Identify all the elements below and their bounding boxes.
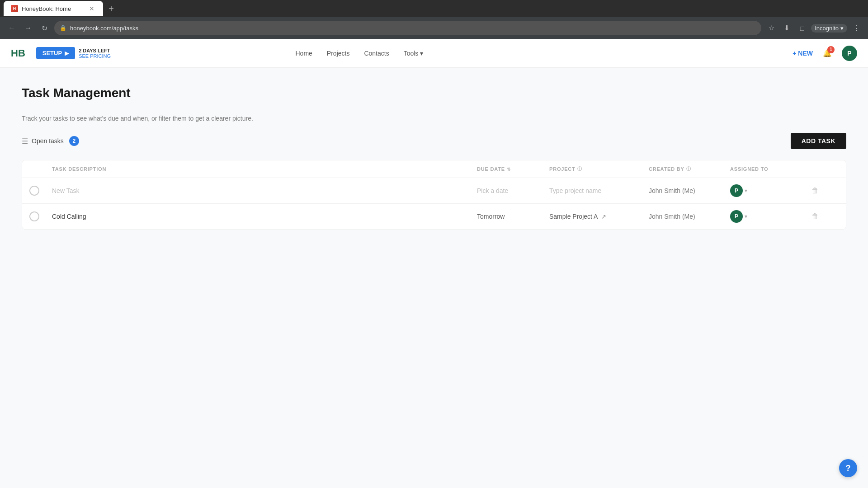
incognito-label: Incognito	[815, 25, 839, 32]
project-name-1[interactable]: Type project name	[549, 187, 601, 194]
setup-button[interactable]: SETUP ▶	[36, 47, 75, 59]
nav-right: + NEW 🔔 1 P	[793, 46, 857, 61]
project-cell-2: Sample Project A ↗	[549, 213, 649, 220]
th-actions	[811, 166, 839, 172]
trial-days: 2 DAYS LEFT	[79, 48, 111, 53]
tab-close-button[interactable]: ✕	[88, 5, 96, 13]
new-button[interactable]: + NEW	[793, 50, 813, 57]
assigned-cell-1: P ▾	[730, 184, 811, 197]
main-content: Task Management Track your tasks to see …	[0, 68, 868, 488]
table-row: New Task Pick a date Type project name J…	[22, 178, 846, 204]
task-description-1[interactable]: New Task	[52, 187, 477, 194]
new-label: + NEW	[793, 50, 813, 57]
assignee-chevron-2[interactable]: ▾	[745, 213, 747, 220]
created-by-1: John Smith (Me)	[649, 187, 730, 194]
nav-links: Home Projects Contacts Tools ▾	[295, 50, 423, 57]
setup-label: SETUP	[42, 50, 62, 56]
task-checkbox-2[interactable]	[29, 211, 39, 221]
notification-badge: 1	[827, 46, 835, 53]
user-avatar[interactable]: P	[842, 46, 857, 61]
th-task-desc: TASK DESCRIPTION	[52, 166, 477, 172]
add-task-button[interactable]: ADD TASK	[791, 133, 846, 149]
profile-chevron: ▾	[840, 25, 844, 32]
refresh-button[interactable]: ↻	[38, 22, 51, 34]
logo: HB	[11, 47, 25, 59]
browser-toolbar: ← → ↻ 🔒 honeybook.com/app/tasks ☆ ⬇ □ In…	[0, 17, 868, 39]
th-created-by: CREATED BY ⓘ	[649, 166, 730, 172]
created-by-2: John Smith (Me)	[649, 213, 730, 220]
due-date-2[interactable]: Tomorrow	[477, 213, 549, 220]
download-icon[interactable]: ⬇	[780, 22, 793, 34]
bookmark-icon[interactable]: ☆	[765, 22, 778, 34]
th-checkbox	[29, 166, 52, 172]
table-row: Cold Calling Tomorrow Sample Project A ↗…	[22, 204, 846, 229]
help-button[interactable]: ?	[839, 459, 857, 477]
task-checkbox-1[interactable]	[29, 186, 39, 196]
address-bar[interactable]: 🔒 honeybook.com/app/tasks	[54, 21, 761, 35]
setup-arrow: ▶	[65, 50, 69, 56]
task-toolbar: ☰ Open tasks 2 ADD TASK	[22, 133, 846, 149]
tools-label: Tools	[404, 50, 419, 57]
task-table: TASK DESCRIPTION DUE DATE ⇅ PROJECT ⓘ CR…	[22, 160, 846, 230]
active-tab[interactable]: H HoneyBook: Home ✕	[4, 1, 103, 16]
project-cell-1: Type project name	[549, 187, 649, 194]
due-date-1[interactable]: Pick a date	[477, 187, 549, 194]
assignee-chevron-1[interactable]: ▾	[745, 188, 747, 194]
tools-chevron: ▾	[420, 50, 423, 57]
nav-projects[interactable]: Projects	[327, 50, 350, 57]
assignee-avatar-1[interactable]: P	[730, 184, 743, 197]
app-container: HB SETUP ▶ 2 DAYS LEFT SEE PRICING Home …	[0, 39, 868, 488]
th-project: PROJECT ⓘ	[549, 166, 649, 172]
project-name-2[interactable]: Sample Project A	[549, 213, 598, 220]
sort-icon[interactable]: ⇅	[507, 167, 511, 172]
lock-icon: 🔒	[60, 25, 66, 31]
nav-home[interactable]: Home	[295, 50, 312, 57]
project-info-icon[interactable]: ⓘ	[577, 166, 582, 172]
created-by-info-icon[interactable]: ⓘ	[686, 166, 691, 172]
task-description-2[interactable]: Cold Calling	[52, 213, 477, 220]
profile-menu[interactable]: Incognito ▾	[811, 24, 847, 33]
url-text: honeybook.com/app/tasks	[70, 25, 138, 32]
browser-tabs: H HoneyBook: Home ✕ +	[0, 0, 868, 17]
back-button[interactable]: ←	[5, 22, 18, 34]
forward-button[interactable]: →	[22, 22, 34, 34]
task-count-badge: 2	[69, 136, 79, 146]
extension-icon[interactable]: □	[796, 22, 808, 34]
project-external-link[interactable]: ↗	[601, 213, 606, 220]
tab-favicon: H	[11, 5, 18, 12]
tab-title: HoneyBook: Home	[22, 5, 84, 12]
new-tab-button[interactable]: +	[105, 2, 118, 15]
see-pricing-link[interactable]: SEE PRICING	[79, 53, 111, 59]
delete-button-2[interactable]: 🗑	[811, 212, 839, 221]
delete-button-1[interactable]: 🗑	[811, 187, 839, 195]
assignee-avatar-2[interactable]: P	[730, 210, 743, 223]
table-header: TASK DESCRIPTION DUE DATE ⇅ PROJECT ⓘ CR…	[22, 160, 846, 178]
trial-info: 2 DAYS LEFT SEE PRICING	[79, 48, 111, 59]
filter-section: ☰ Open tasks 2	[22, 136, 79, 146]
th-due-date: DUE DATE ⇅	[477, 166, 549, 172]
page-title: Task Management	[22, 86, 846, 100]
nav-contacts[interactable]: Contacts	[364, 50, 389, 57]
top-nav: HB SETUP ▶ 2 DAYS LEFT SEE PRICING Home …	[0, 39, 868, 68]
open-tasks-label[interactable]: Open tasks	[32, 137, 64, 145]
th-assigned-to: ASSIGNED TO	[730, 166, 811, 172]
page-description: Track your tasks to see what's due and w…	[22, 115, 846, 122]
nav-tools[interactable]: Tools ▾	[404, 50, 424, 57]
menu-icon[interactable]: ⋮	[850, 22, 863, 34]
toolbar-actions: ☆ ⬇ □ Incognito ▾ ⋮	[765, 22, 863, 34]
assigned-cell-2: P ▾	[730, 210, 811, 223]
filter-icon[interactable]: ☰	[22, 137, 28, 145]
logo-mark: HB	[11, 47, 25, 59]
notification-button[interactable]: 🔔 1	[820, 46, 835, 61]
